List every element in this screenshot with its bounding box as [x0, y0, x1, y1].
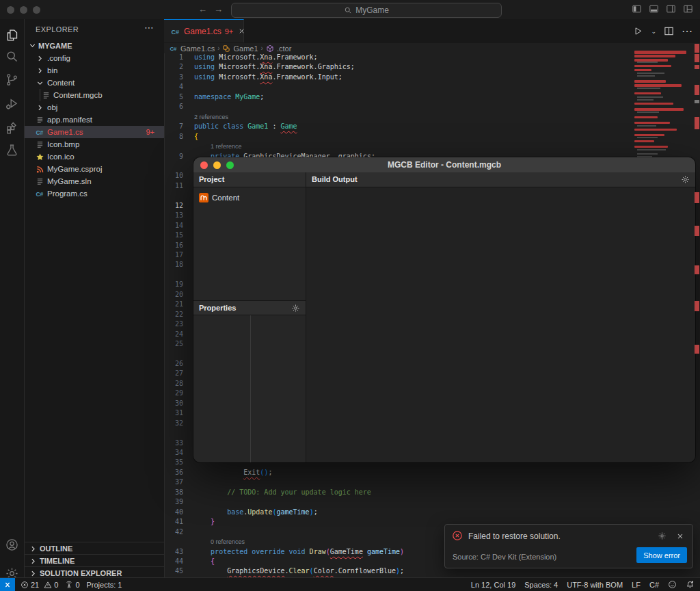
close-window-icon[interactable]: [7, 6, 14, 14]
status-lf[interactable]: LF: [632, 581, 641, 589]
customize-layout-icon[interactable]: [683, 4, 693, 16]
code-line: // TODO: Add your update logic here: [194, 488, 371, 497]
run-button-icon[interactable]: [633, 26, 643, 36]
activity-run-debug[interactable]: [0, 93, 24, 114]
notification-settings-icon[interactable]: [658, 531, 667, 543]
error-icon: [452, 530, 463, 541]
projects-status[interactable]: Projects: 1: [87, 581, 122, 589]
source-control-icon: [5, 73, 19, 87]
breadcrumb-item[interactable]: Game1.cs: [180, 44, 215, 53]
mgcb-close-icon[interactable]: [200, 161, 208, 169]
run-dropdown-icon[interactable]: ⌄: [651, 28, 656, 35]
zoom-window-icon[interactable]: [33, 6, 40, 14]
split-editor-icon[interactable]: [664, 26, 674, 36]
notification-source: Source: C# Dev Kit (Extension): [453, 553, 556, 561]
line-number: 20: [164, 290, 183, 300]
line-number: 12: [164, 201, 183, 211]
file-item-icon-ico[interactable]: Icon.ico: [25, 150, 164, 163]
line-number: 25: [164, 339, 183, 349]
tab-label: Game1.cs: [184, 27, 221, 36]
activity-files[interactable]: [0, 25, 24, 45]
search-icon: [344, 6, 352, 14]
notifications-bell-icon[interactable]: [686, 580, 695, 589]
toggle-secondary-sidebar-icon[interactable]: [666, 4, 676, 16]
ports-status[interactable]: 0: [65, 581, 79, 589]
build-output-gear-icon[interactable]: [681, 174, 690, 189]
line-number: 21: [164, 300, 183, 309]
code-row: 37: [164, 477, 700, 487]
csharp-icon: C#: [170, 44, 178, 53]
file-item-app-manifest[interactable]: app.manifest: [25, 114, 164, 126]
code-row: 1using Microsoft.Xna.Framework;: [164, 53, 700, 62]
toggle-panel-icon[interactable]: [649, 4, 659, 16]
remote-indicator[interactable]: [0, 578, 15, 591]
file-item-icon-bmp[interactable]: Icon.bmp: [25, 138, 164, 150]
project-root-mygame[interactable]: MYGAME: [25, 40, 164, 51]
file-item-obj[interactable]: obj: [25, 101, 164, 114]
minimize-window-icon[interactable]: [20, 6, 27, 14]
nav-forward-icon[interactable]: →: [214, 4, 223, 14]
section-outline[interactable]: OUTLINE: [25, 542, 164, 555]
breadcrumb-item[interactable]: .ctor: [277, 44, 291, 53]
tab-dirty-badge: 9+: [225, 27, 234, 36]
status-c-[interactable]: C#: [649, 581, 659, 589]
minimap[interactable]: [634, 49, 692, 160]
line-number: 33: [164, 438, 183, 448]
status-spaces-4[interactable]: Spaces: 4: [524, 581, 558, 589]
show-error-button[interactable]: Show error: [636, 547, 687, 563]
status-ln-12-col-19[interactable]: Ln 12, Col 19: [471, 581, 515, 589]
editor-more-icon[interactable]: ⋯: [682, 25, 693, 38]
line-number: 4: [164, 82, 183, 92]
errors-icon: [21, 581, 29, 589]
titlebar: ← → MyGame: [0, 0, 700, 19]
line-number: 38: [164, 488, 183, 497]
mgcb-content-item[interactable]: Content: [193, 192, 306, 204]
code-line: GraphicsDevice.Clear(Color.CornflowerBlu…: [194, 566, 404, 576]
line-number: 22: [164, 310, 183, 319]
explorer-more-icon[interactable]: ⋯: [144, 22, 154, 33]
tab-game1cs[interactable]: C# Game1.cs 9+: [164, 19, 244, 42]
file-item-content[interactable]: Content: [25, 77, 164, 89]
line-number: 43: [164, 547, 183, 557]
line-number: 8: [164, 132, 183, 142]
mgcb-editor-window[interactable]: MGCB Editor - Content.mgcb Project Build…: [193, 157, 695, 462]
close-tab-icon[interactable]: [238, 27, 245, 35]
activity-source-control[interactable]: [0, 69, 24, 90]
remote-icon: [3, 581, 12, 589]
mgcb-titlebar[interactable]: MGCB Editor - Content.mgcb: [193, 157, 695, 172]
command-center-search[interactable]: MyGame: [231, 3, 502, 18]
line-number: 9: [164, 152, 183, 161]
nav-back-icon[interactable]: ←: [198, 4, 207, 14]
problems-status[interactable]: 21 0: [21, 581, 58, 589]
mgcb-minimize-icon[interactable]: [213, 161, 221, 169]
file-item-game1-cs[interactable]: C#Game1.cs9+: [25, 126, 164, 138]
file-item--config[interactable]: .config: [25, 52, 164, 64]
toggle-sidebar-icon[interactable]: [632, 4, 642, 16]
activity-search[interactable]: [0, 46, 24, 66]
line-number: 45: [164, 566, 183, 576]
codelens-references[interactable]: 0 references: [211, 538, 245, 545]
activity-extensions[interactable]: [0, 117, 24, 137]
activity-account[interactable]: [0, 534, 24, 555]
breadcrumb-item[interactable]: Game1: [233, 44, 258, 53]
tab-bar: C# Game1.cs 9+ ⌄ ⋯: [164, 19, 700, 44]
feedback-icon[interactable]: [668, 580, 677, 589]
ports-icon: [65, 581, 73, 589]
mgcb-build-output-body: [306, 187, 695, 462]
file-item-bin[interactable]: bin: [25, 64, 164, 77]
mgcb-project-tree[interactable]: Content: [193, 187, 306, 300]
mgcb-zoom-icon[interactable]: [226, 161, 234, 169]
file-item-mygame-sln[interactable]: MyGame.sln: [25, 175, 164, 187]
section-timeline[interactable]: TIMELINE: [25, 554, 164, 567]
window-controls[interactable]: [7, 6, 40, 14]
file-item-mygame-csproj[interactable]: MyGame.csproj: [25, 163, 164, 175]
status-utf-8-with-bom[interactable]: UTF-8 with BOM: [567, 581, 623, 589]
codelens-references[interactable]: 2 references: [194, 114, 228, 120]
notification-close-icon[interactable]: [676, 531, 684, 543]
file-item-program-cs[interactable]: C#Program.cs: [25, 187, 164, 200]
file-item-content-mgcb[interactable]: Content.mgcb: [25, 89, 164, 101]
line-number: 14: [164, 221, 183, 231]
activity-testing[interactable]: [0, 140, 24, 160]
codelens-references[interactable]: 1 reference: [211, 143, 242, 150]
chevron-right-icon: [29, 544, 38, 553]
